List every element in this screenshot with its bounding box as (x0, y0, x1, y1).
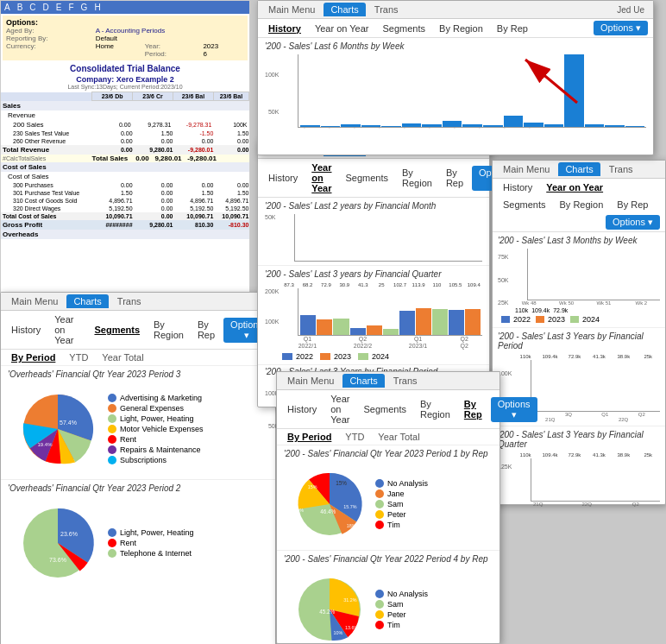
yoy-y1: 50K (265, 214, 275, 262)
tab-main-menu-byrep[interactable]: Main Menu (280, 374, 341, 388)
nav-history-yoyr[interactable]: History (498, 180, 537, 194)
nav-segments-hist[interactable]: Segments (378, 22, 431, 35)
sub-yeartotal-seg[interactable]: Year Total (97, 351, 148, 363)
year-label: Year: (145, 42, 204, 50)
user-name: Jed Ue (612, 3, 650, 16)
total-sales-label: Total Sales 0.00 9,280.01 -9,280.01 (92, 155, 249, 162)
nav-history-seg[interactable]: History (6, 323, 46, 337)
nav-yoy-seg[interactable]: Year on Year (49, 313, 85, 347)
yoy-y2: 200K 100K (265, 288, 279, 349)
item230-label: 230 Sales Test Value (1, 129, 92, 137)
tab-trans-yoyr[interactable]: Trans (602, 162, 640, 176)
gross-profit-label: Gross Profit (1, 220, 92, 230)
nav-byregion-seg[interactable]: By Region (148, 318, 189, 342)
item301-label: 301 Purchase Test Value (1, 189, 92, 197)
sub-ytd-seg[interactable]: YTD (64, 351, 93, 363)
legend-item-gen: General Expenses (108, 404, 204, 413)
col-d-header: D (43, 3, 49, 12)
svg-text:73.6%: 73.6% (49, 557, 66, 563)
tab-charts-hist[interactable]: Charts (324, 3, 365, 16)
nav-byregion-yoyr[interactable]: By Region (555, 198, 609, 212)
options-box: Options: Aged By:A - Accounting Periods … (3, 16, 248, 60)
nav-byregion-yoy[interactable]: By Region (397, 166, 437, 190)
reporting-by-value: Default (96, 35, 244, 42)
tab-main-menu-seg[interactable]: Main Menu (4, 294, 65, 308)
nav-segments-yoyr[interactable]: Segments (498, 198, 551, 212)
nav-byregion-byrep[interactable]: By Region (415, 397, 456, 421)
bar-wk50 (504, 116, 524, 127)
currency-label: Currency: (6, 42, 96, 50)
yoyr-bars3 (531, 458, 660, 502)
history-chart-wrapper: 100K 50K (265, 54, 646, 145)
options-btn-yoyr[interactable]: Options ▾ (606, 215, 660, 230)
svg-text:57.4%: 57.4% (60, 420, 77, 426)
yoy-legend: 2022 2023 2024 (265, 352, 482, 361)
nav-byrep-hist[interactable]: By Rep (492, 22, 533, 35)
item260-val4: 0.00 (213, 137, 248, 145)
tab-trans-seg[interactable]: Trans (110, 294, 148, 308)
aged-by-value: A - Accounting Periods (96, 27, 244, 35)
nav-segments-yoy[interactable]: Segments (340, 171, 393, 185)
tab-charts-byrep[interactable]: Charts (342, 374, 384, 388)
bar-wk4 (605, 125, 625, 127)
yoyr-chart1-wrapper: 75K 50K 25K (498, 249, 660, 306)
tab-charts-yoyr[interactable]: Charts (558, 162, 600, 176)
tab-charts-seg[interactable]: Charts (66, 294, 108, 308)
item320-label: 320 Direct Wages (1, 205, 92, 212)
bar-wk28 (300, 125, 320, 127)
nav-byrep-yoy[interactable]: By Rep (441, 166, 468, 190)
yoyr-bars2 (531, 360, 660, 412)
pie1-section: 57.4% 19.4% Advertising & Marketing Gene… (8, 382, 268, 476)
nav-byregion-hist[interactable]: By Region (434, 22, 488, 35)
legend-peter-2: Peter (375, 610, 428, 619)
col-g-header: G (81, 3, 88, 12)
nav-history-hist[interactable]: History (263, 22, 306, 35)
svg-text:15.7%: 15.7% (343, 504, 356, 509)
item260-val3: 0.00 (173, 137, 213, 145)
segments-panel: Main Menu Charts Trans History Year on Y… (0, 292, 276, 644)
legend-item-rent: Rent (108, 435, 204, 444)
options-btn-byrep[interactable]: Options ▾ (491, 397, 537, 422)
sub-byperiod-byrep[interactable]: By Period (282, 431, 336, 443)
sub-byperiod-seg[interactable]: By Period (6, 351, 60, 363)
tab-trans-byrep[interactable]: Trans (386, 374, 424, 388)
byrep-tab-bar: Main Menu Charts Trans (277, 372, 500, 390)
svg-text:15%: 15% (308, 484, 317, 489)
sub-ytd-byrep[interactable]: YTD (340, 431, 369, 443)
nav-byrep-seg[interactable]: By Rep (192, 318, 220, 342)
tab-trans-hist[interactable]: Trans (368, 3, 405, 16)
legend-item-adv: Advertising & Marketing (108, 394, 204, 402)
nav-yoy-yoy[interactable]: Year on Year (306, 161, 336, 195)
nav-history-yoy[interactable]: History (263, 171, 303, 185)
col-f-header: F (68, 3, 73, 12)
col-a-header: A (4, 3, 10, 12)
bar-wk44 (483, 125, 503, 127)
nav-byrep-byrep[interactable]: By Rep (459, 397, 487, 421)
sub-yeartotal-byrep[interactable]: Year Total (373, 431, 424, 443)
legend-2022: 2022 (282, 352, 313, 361)
options-btn-hist[interactable]: Options ▾ (594, 21, 648, 35)
yoy-right-panel: Main Menu Charts Trans History Year on Y… (492, 160, 666, 505)
yoy-bars2 (298, 288, 482, 336)
yoyr-chart3-area: '200 - Sales' Last 3 Years by Financial … (493, 426, 665, 510)
nav-yoy-yoyr[interactable]: Year on Year (541, 180, 608, 194)
byrep-pie1-container: '200 - Sales' Financial Qtr Year 2023 Pe… (277, 445, 500, 550)
svg-text:45.2%: 45.2% (319, 609, 335, 615)
nav-history-byrep[interactable]: History (282, 402, 322, 416)
nav-yoy-hist[interactable]: Year on Year (310, 22, 374, 35)
svg-text:23.6%: 23.6% (60, 531, 78, 537)
nav-yoy-byrep[interactable]: Year on Year (325, 392, 355, 426)
history-nav-bar: History Year on Year Segments By Region … (258, 19, 653, 38)
pie1-container: 'Overheads' Financial Qtr Year 2023 Peri… (1, 366, 275, 479)
nav-segments-byrep[interactable]: Segments (358, 402, 412, 416)
tab-main-menu-yoyr[interactable]: Main Menu (496, 162, 556, 176)
nav-byrep-yoyr[interactable]: By Rep (612, 198, 653, 212)
nav-segments-seg[interactable]: Segments (89, 323, 145, 337)
byrep-pie2-chart: 45.2% 31.2% 13.6% 10% (291, 571, 368, 644)
tab-main-menu-hist[interactable]: Main Menu (261, 3, 322, 16)
segments-nav-bar: History Year on Year Segments By Region … (1, 311, 275, 350)
yoy-chart2: 87.3 68.2 72.9 30.9 41.3 25 102.7 113.9 … (280, 282, 482, 349)
byrep-pie1-section: 15.7% 18% 46.4% 15% 5% 15% No Analysis J… (284, 462, 493, 546)
history-chart: Wk 28 Wk 29 Wk 30 Wk 40 Wk 41 Wk 42 Wk 4… (280, 54, 646, 145)
calc-total-sales: #CalcTotalSales (1, 155, 92, 162)
